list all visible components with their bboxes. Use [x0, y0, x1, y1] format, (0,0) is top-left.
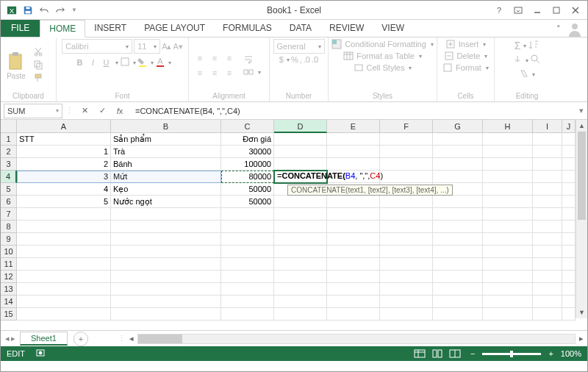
cell[interactable]: [483, 308, 533, 321]
shrink-font-icon[interactable]: A▾: [173, 42, 183, 51]
zoom-out-icon[interactable]: −: [470, 349, 475, 358]
cell[interactable]: [274, 146, 327, 158]
insert-cells-button[interactable]: Insert▾: [445, 39, 487, 49]
cell[interactable]: [433, 196, 483, 208]
clear-icon[interactable]: [519, 68, 529, 80]
cell[interactable]: [380, 208, 433, 221]
cell[interactable]: [274, 221, 327, 233]
row-header[interactable]: 1: [1, 133, 17, 146]
cell[interactable]: [562, 308, 576, 321]
row-header[interactable]: 15: [1, 308, 17, 321]
cell[interactable]: [562, 171, 576, 183]
row-header[interactable]: 3: [1, 158, 17, 171]
cell[interactable]: [17, 221, 111, 233]
dec-decimal-icon[interactable]: .0: [312, 55, 318, 64]
cell[interactable]: [533, 271, 562, 283]
help-icon[interactable]: ?: [490, 3, 508, 18]
cell[interactable]: [111, 308, 221, 321]
cell[interactable]: [483, 158, 533, 171]
cell[interactable]: [111, 271, 221, 283]
cell[interactable]: [380, 171, 433, 183]
cell[interactable]: [327, 233, 380, 246]
cell[interactable]: [483, 196, 533, 208]
format-painter-icon[interactable]: [33, 73, 43, 85]
cell[interactable]: [17, 271, 111, 283]
row-header[interactable]: 8: [1, 221, 17, 233]
cell[interactable]: [533, 196, 562, 208]
cell[interactable]: [327, 133, 380, 146]
cell[interactable]: [533, 221, 562, 233]
cell[interactable]: [17, 233, 111, 246]
cell[interactable]: [533, 146, 562, 158]
cell[interactable]: [380, 133, 433, 146]
cell[interactable]: [274, 296, 327, 308]
number-format-select[interactable]: General▾: [273, 39, 325, 54]
cell[interactable]: [562, 221, 576, 233]
maximize-icon[interactable]: [548, 3, 565, 18]
cell[interactable]: [562, 258, 576, 271]
bold-button[interactable]: B: [74, 58, 86, 67]
cell[interactable]: [327, 308, 380, 321]
cell[interactable]: [17, 283, 111, 296]
minimize-icon[interactable]: [528, 3, 546, 18]
font-size-select[interactable]: 11▾: [134, 39, 160, 54]
tab-home[interactable]: HOME: [40, 20, 85, 37]
cell[interactable]: [221, 208, 274, 221]
cell[interactable]: [111, 296, 221, 308]
cell[interactable]: [433, 283, 483, 296]
cell[interactable]: [433, 233, 483, 246]
border-icon[interactable]: [120, 57, 130, 68]
cell[interactable]: [221, 233, 274, 246]
cell[interactable]: 80000: [221, 171, 274, 183]
account-icon[interactable]: [567, 21, 583, 37]
cell[interactable]: 2: [17, 158, 111, 171]
cell[interactable]: [327, 146, 380, 158]
sort-filter-icon[interactable]: [528, 39, 539, 52]
cell[interactable]: [433, 146, 483, 158]
cell[interactable]: [221, 283, 274, 296]
cell[interactable]: 3: [17, 171, 111, 183]
cell[interactable]: [111, 221, 221, 233]
cell[interactable]: [17, 296, 111, 308]
cell[interactable]: [274, 133, 327, 146]
row-header[interactable]: 10: [1, 246, 17, 258]
autosum-icon[interactable]: Σ: [514, 40, 521, 51]
cell[interactable]: [533, 158, 562, 171]
save-icon[interactable]: [21, 4, 35, 17]
cell[interactable]: [533, 133, 562, 146]
cell[interactable]: [433, 308, 483, 321]
scroll-down-icon[interactable]: ▼: [576, 307, 587, 318]
cell[interactable]: [221, 308, 274, 321]
cell[interactable]: [221, 271, 274, 283]
cell[interactable]: Sản phẩm: [111, 133, 221, 146]
cell[interactable]: [483, 171, 533, 183]
cell[interactable]: [221, 258, 274, 271]
cell[interactable]: [111, 258, 221, 271]
formula-input[interactable]: =CONCATENATE(B4, ",",C4): [131, 107, 576, 115]
cell[interactable]: [380, 146, 433, 158]
cell[interactable]: [433, 296, 483, 308]
cell[interactable]: [327, 271, 380, 283]
cell[interactable]: [327, 258, 380, 271]
cell[interactable]: 4: [17, 183, 111, 196]
cell[interactable]: STT: [17, 133, 111, 146]
cell[interactable]: [380, 233, 433, 246]
cell[interactable]: 100000: [221, 158, 274, 171]
tab-review[interactable]: REVIEW: [320, 19, 373, 37]
cell[interactable]: [274, 233, 327, 246]
format-cells-button[interactable]: Format▾: [442, 62, 489, 73]
cell[interactable]: Nước ngọt: [111, 196, 221, 208]
col-header-G[interactable]: G: [433, 120, 483, 133]
cell[interactable]: [562, 146, 576, 158]
col-header-J[interactable]: J: [562, 120, 576, 133]
cell[interactable]: [380, 271, 433, 283]
cell[interactable]: Kẹo: [111, 183, 221, 196]
tab-formulas[interactable]: FORMULAS: [214, 19, 281, 37]
vertical-scrollbar[interactable]: ▲ ▼: [576, 120, 587, 318]
cell[interactable]: [327, 296, 380, 308]
grow-font-icon[interactable]: A▴: [162, 42, 171, 51]
cell[interactable]: [562, 133, 576, 146]
worksheet-grid[interactable]: ABCDEFGHIJ 1STTSản phẩmĐơn giá21Trà30000…: [1, 120, 587, 330]
row-header[interactable]: 7: [1, 208, 17, 221]
merge-button[interactable]: ▾: [243, 67, 261, 77]
